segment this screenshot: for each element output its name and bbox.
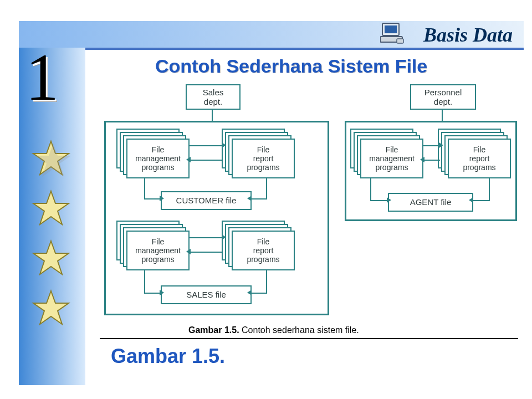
arrow-icon [247,290,252,295]
arrow-icon [160,196,164,201]
connector [423,160,440,161]
connector [190,252,223,253]
connector [472,200,490,201]
connector [144,293,161,294]
label-file-report: Filereportprograms [232,231,295,270]
star-icon [31,239,71,279]
label-file-mgmt: Filemanagementprograms [126,139,190,178]
star-icon [31,189,71,229]
figure-caption: Gambar 1.5. Contoh sederhana sistem file… [188,325,359,335]
connector [144,269,145,293]
arrow-icon [469,197,473,203]
connector [190,160,223,161]
box-sales-file: SALES file [161,285,252,304]
svg-marker-8 [33,291,69,324]
svg-marker-7 [33,241,69,274]
connector [370,200,388,201]
figure-caption-number: Gambar 1.5. [188,325,239,335]
connector [190,237,223,238]
chapter-number: 1 [25,44,59,111]
arrow-icon [186,249,191,254]
label-file-mgmt: Filemanagementprograms [360,139,423,178]
computer-icon [380,22,405,48]
label-file-report: Filereportprograms [448,139,511,178]
arrow-icon [222,142,226,148]
svg-rect-3 [397,39,403,43]
slide: Basis Data 1 Contoh Sederhana Sistem Fil… [0,0,532,399]
figure-caption-text: Contoh sederhana sistem file. [239,325,359,335]
arrow-icon [387,197,391,203]
connector [190,145,223,146]
box-personnel-dept: Personneldept. [410,84,476,110]
connector [489,177,490,201]
svg-rect-1 [385,25,397,33]
box-agent-file: AGENT file [388,193,473,212]
arrow-icon [222,234,226,240]
figure-title: Gambar 1.5. [111,345,225,368]
sidebar: 1 [19,48,85,385]
connector [442,109,443,121]
connector [370,177,371,201]
box-sales-dept: Salesdept. [186,84,241,110]
connector [266,177,267,200]
connector [250,293,267,294]
connector [144,177,145,200]
star-icon [31,289,71,329]
diagram: Salesdept. Filemanagementprograms Filere… [94,83,515,321]
header-title: Basis Data [423,23,513,47]
label-file-report: Filereportprograms [232,139,295,178]
box-customer-file: CUSTOMER file [161,191,252,210]
connector [144,198,161,200]
arrow-icon [160,290,164,295]
star-icon [31,139,71,179]
connector [266,269,267,293]
arrow-icon [186,157,191,162]
connector [250,198,267,200]
svg-marker-6 [33,191,69,224]
arrow-icon [420,157,424,162]
star-list [31,139,71,339]
arrow-icon [439,142,443,148]
label-file-mgmt: Filemanagementprograms [126,231,190,270]
arrow-icon [247,196,252,201]
connector [212,109,213,121]
connector [423,145,440,146]
content-title: Contoh Sederhana Sistem File [155,55,427,77]
caption-divider [100,338,518,339]
